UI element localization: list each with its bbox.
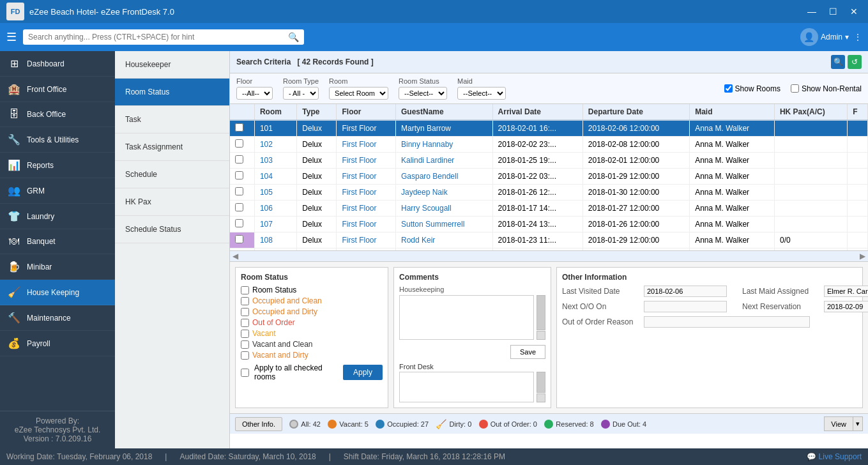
out-of-order-reason-input[interactable]: [644, 316, 810, 328]
sidebar-item-front-office[interactable]: 🏨 Front Office: [0, 77, 115, 102]
sidebar-item-dashboard[interactable]: ⊞ Dashboard: [0, 51, 115, 77]
view-button[interactable]: View: [824, 416, 853, 431]
last-maid-input[interactable]: [824, 286, 868, 297]
status-check-vacant-clean[interactable]: Vacant and Clean: [241, 340, 383, 349]
room-status-checkbox-all[interactable]: [241, 286, 249, 294]
scroll-left-icon[interactable]: ◀: [232, 252, 238, 261]
status-check-occupied-dirty[interactable]: Occupied and Dirty: [241, 307, 383, 316]
row-checkbox-cell[interactable]: [230, 217, 254, 232]
criteria-refresh-button[interactable]: ↺: [848, 55, 862, 69]
row-checkbox-cell[interactable]: [230, 201, 254, 217]
row-checkbox-cell[interactable]: [230, 153, 254, 169]
sidebar-item-laundry[interactable]: 👕 Laundry: [0, 204, 115, 229]
hamburger-icon[interactable]: ☰: [6, 30, 17, 44]
sidebar-item-payroll[interactable]: 💰 Payroll: [0, 331, 115, 356]
row-checkbox[interactable]: [235, 235, 243, 243]
sub-sidebar-item-schedule-status[interactable]: Schedule Status: [115, 216, 229, 243]
room-status-check-all[interactable]: Room Status: [241, 286, 383, 294]
table-row[interactable]: 103 Delux First Floor Kalindi Lardiner 2…: [230, 153, 868, 169]
minimize-button[interactable]: —: [803, 5, 820, 18]
next-oo-input[interactable]: [644, 301, 727, 312]
view-dropdown-button[interactable]: ▾: [853, 416, 863, 431]
save-button[interactable]: Save: [510, 345, 545, 359]
row-checkbox[interactable]: [235, 219, 243, 227]
other-info-button[interactable]: Other Info.: [235, 417, 282, 431]
maximize-button[interactable]: ☐: [825, 5, 841, 18]
row-checkbox-cell[interactable]: [230, 137, 254, 153]
table-row[interactable]: 106 Delux First Floor Harry Scougall 201…: [230, 201, 868, 217]
close-button[interactable]: ✕: [846, 5, 862, 18]
row-checkbox[interactable]: [235, 155, 243, 164]
show-rooms-checkbox[interactable]: [724, 84, 733, 93]
checkbox-vacant-dirty[interactable]: [241, 351, 249, 360]
row-floor: First Floor: [337, 169, 396, 185]
row-departure: 2018-01-27 12:00:00: [582, 201, 689, 217]
row-checkbox[interactable]: [235, 187, 243, 195]
col-header-check: [230, 104, 254, 120]
admin-button[interactable]: 👤 Admin ▾: [800, 28, 849, 46]
status-check-vacant[interactable]: Vacant: [241, 329, 383, 338]
sidebar-item-reports[interactable]: 📊 Reports: [0, 153, 115, 178]
sidebar-item-tools-utilities[interactable]: 🔧 Tools & Utilities: [0, 127, 115, 153]
filter-room-status-select[interactable]: --Select--: [399, 87, 447, 100]
filter-room-type-select[interactable]: - All -: [283, 87, 319, 100]
apply-to-all-checkbox[interactable]: [241, 369, 249, 377]
sub-sidebar-item-hk-pax[interactable]: HK Pax: [115, 188, 229, 216]
next-res-input[interactable]: [824, 301, 868, 312]
more-options-icon[interactable]: ⋮: [854, 33, 862, 42]
checkbox-occupied-clean[interactable]: [241, 297, 249, 305]
sub-sidebar-item-task-assignment[interactable]: Task Assignment: [115, 133, 229, 161]
table-row[interactable]: 101 Delux First Floor Martyn Barrow 2018…: [230, 120, 868, 137]
table-row[interactable]: 108 Delux First Floor Rodd Keir 2018-01-…: [230, 232, 868, 248]
table-row[interactable]: 107 Delux First Floor Sutton Summerrell …: [230, 217, 868, 232]
row-checkbox-cell[interactable]: [230, 169, 254, 185]
row-checkbox[interactable]: [235, 171, 243, 179]
live-support-button[interactable]: 💬 Live Support: [807, 452, 862, 461]
row-checkbox[interactable]: [235, 123, 243, 132]
filter-room-select[interactable]: Select Room: [329, 87, 388, 100]
sidebar-item-back-office[interactable]: 🗄 Back Office: [0, 102, 115, 127]
search-input[interactable]: [28, 33, 288, 42]
row-f: [848, 217, 868, 232]
status-check-occupied-clean[interactable]: Occupied and Clean: [241, 296, 383, 305]
row-floor: First Floor: [337, 217, 396, 232]
table-row[interactable]: 102 Delux First Floor Binny Hannaby 2018…: [230, 137, 868, 153]
filter-floor-select[interactable]: --All--: [236, 87, 273, 100]
show-non-rental-checkbox[interactable]: [791, 84, 799, 93]
show-non-rental-check[interactable]: Show Non-Rental: [791, 84, 862, 93]
row-room: 102: [254, 137, 296, 153]
table-row[interactable]: 104 Delux First Floor Gasparo Bendell 20…: [230, 169, 868, 185]
table-row[interactable]: 105 Delux First Floor Jaydeep Naik 2018-…: [230, 185, 868, 201]
stat-out-of-order: Out of Order: 0: [491, 420, 537, 428]
row-checkbox[interactable]: [235, 203, 243, 211]
checkbox-vacant[interactable]: [241, 330, 249, 338]
row-checkbox-cell[interactable]: [230, 120, 254, 137]
sub-sidebar-item-housekeeper[interactable]: Housekeeper: [115, 51, 229, 79]
row-checkbox-cell[interactable]: [230, 185, 254, 201]
sidebar-item-banquet[interactable]: 🍽 Banquet: [0, 229, 115, 254]
last-visited-input[interactable]: [644, 286, 727, 297]
front-desk-textarea[interactable]: [399, 372, 534, 402]
checkbox-vacant-clean[interactable]: [241, 340, 249, 349]
criteria-search-button[interactable]: 🔍: [831, 55, 845, 69]
housekeeping-comments-textarea[interactable]: [399, 295, 534, 340]
status-check-out-of-order[interactable]: Out of Order: [241, 318, 383, 327]
show-rooms-check[interactable]: Show Rooms: [724, 84, 780, 93]
status-check-vacant-dirty[interactable]: Vacant and Dirty: [241, 351, 383, 360]
checkbox-occupied-dirty[interactable]: [241, 308, 249, 316]
scroll-right-icon[interactable]: ▶: [860, 252, 865, 261]
sidebar-item-housekeeping[interactable]: 🧹 House Keeping: [0, 280, 115, 305]
checkbox-out-of-order[interactable]: [241, 319, 249, 327]
filter-maid-select[interactable]: --Select--: [457, 87, 506, 100]
sidebar-item-grm[interactable]: 👥 GRM: [0, 178, 115, 204]
row-checkbox-cell[interactable]: [230, 232, 254, 248]
apply-button[interactable]: Apply: [343, 365, 383, 380]
sub-sidebar-item-room-status[interactable]: Room Status: [115, 79, 229, 106]
row-departure: 2018-01-29 12:00:00: [582, 232, 689, 248]
sub-sidebar-item-task[interactable]: Task: [115, 106, 229, 133]
row-checkbox[interactable]: [235, 139, 243, 148]
sidebar-item-minibar[interactable]: 🍺 Minibar: [0, 254, 115, 280]
sidebar-item-maintenance[interactable]: 🔨 Maintenance: [0, 305, 115, 331]
room-status-check-all-label: Room Status: [252, 286, 296, 294]
sub-sidebar-item-schedule[interactable]: Schedule: [115, 161, 229, 188]
